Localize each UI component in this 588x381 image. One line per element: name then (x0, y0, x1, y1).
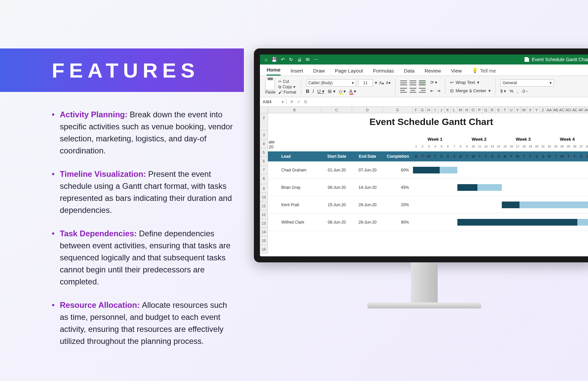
comma-icon[interactable]: , (517, 89, 518, 94)
col-header[interactable]: Z (540, 107, 546, 113)
orientation-icon[interactable]: ⟳ ▾ (430, 80, 440, 85)
bold-button[interactable]: B (306, 89, 309, 94)
font-size-select[interactable]: 11 (358, 79, 373, 87)
col-header[interactable]: I (432, 107, 438, 113)
row-header[interactable]: 6 (260, 157, 268, 165)
wrap-text-button[interactable]: ↩ Wrap Text ▾ (450, 80, 491, 85)
save-icon[interactable]: 💾 (271, 57, 277, 62)
tab-home[interactable]: Home (267, 67, 281, 76)
enter-icon[interactable]: ✓ (297, 99, 301, 104)
row-header[interactable]: 4 (260, 139, 268, 148)
home-icon[interactable]: ⌂ (265, 57, 267, 62)
col-header[interactable]: L (451, 107, 457, 113)
row-header[interactable]: 9 (260, 184, 268, 193)
font-color-button[interactable]: A ▾ (349, 89, 356, 94)
col-header[interactable]: G (419, 107, 426, 113)
day-letter: S (495, 155, 502, 158)
font-name-select[interactable]: Calibri (Body)▾ (306, 79, 356, 87)
row-header[interactable]: 15 (260, 236, 268, 245)
row-header[interactable]: 16 (260, 245, 268, 254)
increase-font-icon[interactable]: A▴ (379, 81, 384, 85)
col-header[interactable]: V (514, 107, 521, 113)
tab-view[interactable]: View (451, 68, 462, 76)
undo-icon[interactable]: ↶ (281, 57, 285, 62)
row-header[interactable]: 8 (260, 174, 268, 184)
col-header[interactable]: M (457, 107, 464, 113)
wrap-merge-group: ↩ Wrap Text ▾ ⊟ Merge & Center ▾ (450, 80, 491, 93)
col-header[interactable]: W (521, 107, 527, 113)
col-header[interactable]: X (527, 107, 534, 113)
number-format-select[interactable]: General▾ (500, 79, 554, 87)
tab-data[interactable]: Data (404, 68, 415, 76)
increase-indent-icon[interactable]: ⇥ (437, 88, 440, 93)
col-header[interactable]: B (268, 107, 321, 113)
format-painter-button[interactable]: 🖌 Format (278, 90, 296, 95)
underline-button[interactable]: U ▾ (317, 89, 324, 94)
fill-color-button[interactable]: ◇ ▾ (339, 89, 346, 94)
row-header[interactable]: 10 (260, 193, 268, 202)
increase-decimal-icon[interactable]: .0← (522, 89, 530, 94)
tab-review[interactable]: Review (425, 68, 441, 76)
cut-button[interactable]: ✂ Cut (278, 79, 296, 84)
col-header[interactable]: H (426, 107, 432, 113)
col-header[interactable]: O (470, 107, 476, 113)
fx-icon[interactable]: fx (304, 99, 307, 104)
row-header[interactable]: 14 (260, 228, 268, 236)
col-header[interactable]: N (464, 107, 470, 113)
print-icon[interactable]: 🖨 (297, 57, 302, 62)
redo-icon[interactable]: ↻ (289, 57, 293, 62)
col-header[interactable]: R (489, 107, 495, 113)
cancel-icon[interactable]: ✕ (290, 99, 294, 104)
row-header[interactable]: 5 (260, 148, 268, 157)
copy-button[interactable]: ⧉ Copy ▾ (278, 85, 296, 89)
align-center-icon[interactable] (410, 88, 416, 93)
italic-button[interactable]: I (313, 89, 314, 94)
col-header[interactable]: AF (578, 107, 584, 113)
col-header[interactable]: S (495, 107, 502, 113)
align-top-icon[interactable] (400, 80, 407, 86)
more-icon[interactable]: ⋯ (314, 57, 318, 62)
col-header[interactable]: AA (546, 107, 553, 113)
col-header[interactable]: AE (572, 107, 578, 113)
align-middle-icon[interactable] (410, 80, 416, 86)
col-header[interactable]: AC (559, 107, 565, 113)
decrease-font-icon[interactable]: A▾ (386, 81, 391, 85)
col-header[interactable]: U (508, 107, 514, 113)
col-header[interactable]: Q (483, 107, 489, 113)
row-header[interactable]: 2 (260, 113, 268, 131)
tell-me-search[interactable]: 💡Tell me (472, 68, 496, 76)
col-header[interactable]: J (438, 107, 445, 113)
decrease-indent-icon[interactable]: ⇤ (430, 88, 434, 93)
col-header[interactable]: Y (534, 107, 540, 113)
day-letter: T (508, 155, 514, 158)
tab-page-layout[interactable]: Page Layout (335, 68, 363, 76)
mail-icon[interactable]: ✉ (306, 57, 310, 62)
tab-formulas[interactable]: Formulas (373, 68, 394, 76)
tab-insert[interactable]: Insert (291, 68, 303, 76)
col-header[interactable]: T (502, 107, 508, 113)
col-header[interactable]: P (476, 107, 483, 113)
align-bottom-icon[interactable] (419, 80, 426, 86)
row-header[interactable]: 13 (260, 219, 268, 228)
col-header[interactable]: AG (584, 107, 588, 113)
align-left-icon[interactable] (400, 88, 407, 93)
merge-center-button[interactable]: ⊟ Merge & Center ▾ (450, 88, 491, 93)
border-button[interactable]: ⊞ ▾ (328, 89, 335, 94)
row-header[interactable]: 11 (260, 202, 268, 210)
col-header[interactable]: AB (553, 107, 559, 113)
currency-icon[interactable]: $ ▾ (500, 89, 506, 94)
col-header[interactable]: E (383, 107, 413, 113)
col-header[interactable]: AD (565, 107, 572, 113)
row-header[interactable]: 12 (260, 210, 268, 219)
row-header[interactable]: 7 (260, 165, 268, 174)
col-header[interactable]: F (413, 107, 419, 113)
name-box[interactable]: AI84▾ (260, 99, 287, 104)
col-header[interactable]: C (321, 107, 352, 113)
row-header[interactable]: 3 (260, 131, 268, 139)
tab-draw[interactable]: Draw (313, 68, 325, 76)
align-right-icon[interactable] (419, 88, 426, 93)
percent-icon[interactable]: % (509, 89, 513, 94)
col-header[interactable]: D (352, 107, 383, 113)
paste-icon[interactable] (265, 79, 275, 90)
col-header[interactable]: K (445, 107, 451, 113)
